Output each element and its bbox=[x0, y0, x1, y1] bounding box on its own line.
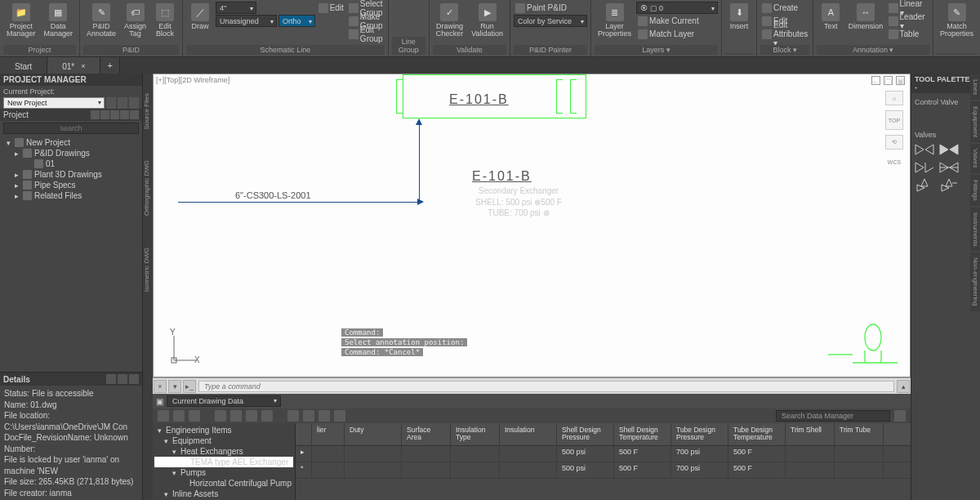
nav-rotate-icon[interactable]: ⟲ bbox=[885, 135, 903, 150]
data-manager-button[interactable]: ▦Data Manager bbox=[41, 2, 77, 40]
data-tool-icon[interactable] bbox=[246, 410, 257, 422]
ucs-icon[interactable]: Y X bbox=[162, 328, 203, 368]
draw-button[interactable]: ／Draw bbox=[186, 2, 214, 32]
data-tool-icon[interactable] bbox=[173, 410, 185, 422]
close-icon[interactable]: × bbox=[81, 62, 85, 70]
nav-home-icon[interactable]: ⌂ bbox=[885, 91, 903, 105]
edit-block-button[interactable]: ⬚Edit Block bbox=[151, 2, 179, 40]
data-tree-node[interactable]: Horizontal Centrifugal Pump bbox=[154, 478, 293, 489]
isometric-tab[interactable]: Isometric DWG bbox=[143, 244, 153, 295]
match-layer-button[interactable]: Match Layer bbox=[636, 28, 718, 40]
column-header[interactable]: Tube DesignTemperature bbox=[728, 423, 786, 445]
pipeline[interactable] bbox=[178, 202, 419, 203]
data-tool-icon[interactable] bbox=[334, 410, 345, 422]
project-manager-button[interactable]: 📁Project Manager bbox=[3, 2, 39, 40]
data-tool-icon[interactable] bbox=[287, 410, 299, 422]
column-header[interactable]: Shell DesignPressure bbox=[557, 423, 614, 445]
wcs-label[interactable]: WCS bbox=[885, 154, 903, 169]
table-button[interactable]: Table bbox=[887, 28, 929, 40]
data-tool-icon[interactable] bbox=[158, 410, 169, 422]
details-tool[interactable] bbox=[129, 374, 139, 384]
tab-new[interactable]: + bbox=[100, 57, 119, 74]
run-validation-button[interactable]: ▶Run Validation bbox=[468, 2, 506, 40]
column-header[interactable]: Trim Shell bbox=[786, 423, 835, 445]
column-header[interactable]: lier bbox=[312, 423, 345, 445]
proj-tool-icon[interactable] bbox=[130, 110, 139, 119]
column-header[interactable]: Shell DesignTemperature bbox=[614, 423, 671, 445]
match-properties-button[interactable]: ✎Match Properties bbox=[937, 2, 977, 40]
proj-tool-icon[interactable] bbox=[110, 110, 119, 119]
text-button[interactable]: AText bbox=[817, 2, 844, 32]
data-tool-icon[interactable] bbox=[215, 410, 226, 422]
palette-tab-equipment[interactable]: Equipment bbox=[970, 101, 980, 142]
command-input[interactable] bbox=[198, 381, 894, 392]
column-header[interactable]: Tube DesignPressure bbox=[671, 423, 728, 445]
pipeline-vertical[interactable] bbox=[419, 120, 420, 202]
insert-button[interactable]: ⬇Insert bbox=[725, 2, 753, 32]
palette-tab-lines[interactable]: Lines bbox=[970, 74, 980, 100]
data-tool-icon[interactable] bbox=[261, 410, 273, 422]
leader-button[interactable]: Leader ▾ bbox=[887, 15, 929, 27]
color-by-service-dropdown[interactable]: Color by Service bbox=[514, 15, 587, 27]
palette-tab-valves[interactable]: Valves bbox=[970, 144, 980, 172]
viewcube[interactable]: TOP bbox=[885, 110, 903, 130]
valve-globe-icon[interactable] bbox=[939, 143, 959, 156]
data-source-dropdown[interactable]: Current Drawing Data bbox=[167, 395, 281, 407]
tree-node[interactable]: ▾New Project bbox=[2, 137, 140, 148]
valve-check-icon[interactable] bbox=[915, 161, 934, 174]
layer-dropdown[interactable]: ⦿ ▢ 0 bbox=[636, 2, 718, 14]
cmd-menu-icon[interactable]: ▴ bbox=[897, 380, 910, 393]
data-tree-node[interactable]: ▾Equipment bbox=[154, 435, 293, 446]
data-tool-icon[interactable] bbox=[318, 410, 330, 422]
data-tree-node[interactable]: ▾Engineering Items bbox=[154, 425, 293, 435]
dimension-button[interactable]: ↔Dimension bbox=[846, 2, 884, 32]
edit-group-button[interactable]: Edit Group bbox=[347, 28, 385, 40]
data-tree-node[interactable]: TEMA type AEL Exchanger bbox=[154, 457, 293, 467]
cmd-expand-icon[interactable]: ▾ bbox=[168, 380, 181, 393]
palette-tab-instruments[interactable]: Instruments bbox=[970, 208, 980, 252]
tab-01[interactable]: 01*× bbox=[47, 57, 100, 74]
data-tool-icon[interactable] bbox=[303, 410, 314, 422]
column-header[interactable]: Duty bbox=[345, 423, 402, 445]
valve-angle-icon[interactable] bbox=[915, 179, 934, 192]
column-header[interactable] bbox=[296, 423, 312, 445]
proj-tool-icon[interactable] bbox=[91, 110, 100, 119]
edit-button[interactable]: Edit bbox=[317, 2, 345, 14]
proj-tool-icon[interactable] bbox=[120, 110, 129, 119]
column-header[interactable]: Trim Tube bbox=[835, 423, 884, 445]
tree-node[interactable]: ▸Plant 3D Drawings bbox=[2, 169, 140, 180]
data-search-go-icon[interactable] bbox=[894, 410, 906, 422]
details-tool[interactable] bbox=[118, 374, 127, 384]
column-header[interactable]: SurfaceArea bbox=[402, 423, 451, 445]
project-tool1[interactable] bbox=[106, 97, 116, 109]
tree-node[interactable]: ▸Related Files bbox=[2, 190, 140, 201]
project-tool2[interactable] bbox=[118, 97, 127, 109]
assign-tag-button[interactable]: 🏷Assign Tag bbox=[121, 2, 149, 40]
data-tree-node[interactable]: ▾Inline Assets bbox=[154, 489, 293, 499]
source-files-tab[interactable]: Source Files bbox=[143, 90, 153, 132]
proj-tool-icon[interactable] bbox=[100, 110, 109, 119]
tree-node[interactable]: ▸Pipe Specs bbox=[2, 180, 140, 190]
data-tree-node[interactable]: ▾Heat Exchangers bbox=[154, 446, 293, 457]
valve-relief-icon[interactable] bbox=[939, 179, 959, 192]
current-project-select[interactable]: New Project bbox=[3, 97, 105, 109]
viewport-close-icon[interactable]: ▣ bbox=[896, 76, 905, 85]
data-tool-icon[interactable] bbox=[189, 410, 200, 422]
valve-ball-icon[interactable] bbox=[939, 161, 959, 174]
details-tool[interactable] bbox=[106, 374, 116, 384]
size-dropdown[interactable]: 4" bbox=[216, 2, 256, 14]
pid-annotate-button[interactable]: ✎P&ID Annotate bbox=[83, 2, 119, 40]
column-header[interactable]: InsulationType bbox=[451, 423, 500, 445]
palette-tab-nonengineering[interactable]: Non-engineering bbox=[970, 252, 980, 310]
table-row[interactable]: *500 psi500 F700 psi500 F bbox=[296, 462, 911, 479]
layer-properties-button[interactable]: ≣Layer Properties bbox=[595, 2, 635, 40]
project-search-input[interactable] bbox=[3, 123, 139, 134]
make-current-button[interactable]: Make Current bbox=[636, 15, 701, 27]
data-tree-node[interactable]: ▾Pumps bbox=[154, 467, 293, 478]
create-block-button[interactable]: Create bbox=[760, 2, 809, 14]
tree-node[interactable]: ▸P&ID Drawings bbox=[2, 148, 140, 158]
edit-attributes-button[interactable]: Edit Attributes ▾ bbox=[760, 28, 809, 40]
unassigned-dropdown[interactable]: Unassigned bbox=[216, 15, 277, 27]
orthographic-tab[interactable]: Orthographic DWG bbox=[143, 157, 153, 219]
tab-start[interactable]: Start bbox=[0, 57, 47, 74]
